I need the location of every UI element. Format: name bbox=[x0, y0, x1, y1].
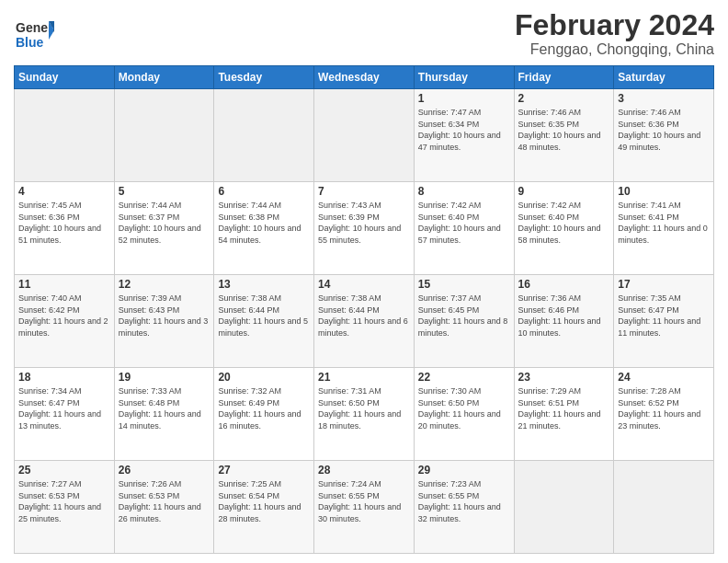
day-info: Sunrise: 7:41 AM Sunset: 6:41 PM Dayligh… bbox=[618, 200, 710, 246]
col-wednesday: Wednesday bbox=[314, 66, 415, 89]
week-row-1: 1Sunrise: 7:47 AM Sunset: 6:34 PM Daylig… bbox=[15, 89, 714, 182]
day-info: Sunrise: 7:32 AM Sunset: 6:49 PM Dayligh… bbox=[218, 385, 310, 431]
table-row: 15Sunrise: 7:37 AM Sunset: 6:45 PM Dayli… bbox=[414, 275, 514, 368]
day-info: Sunrise: 7:27 AM Sunset: 6:53 PM Dayligh… bbox=[18, 478, 110, 524]
table-row: 16Sunrise: 7:36 AM Sunset: 6:46 PM Dayli… bbox=[514, 275, 614, 368]
day-info: Sunrise: 7:38 AM Sunset: 6:44 PM Dayligh… bbox=[318, 293, 410, 339]
table-row: 6Sunrise: 7:44 AM Sunset: 6:38 PM Daylig… bbox=[214, 182, 314, 275]
day-number: 20 bbox=[218, 371, 310, 384]
table-row: 1Sunrise: 7:47 AM Sunset: 6:34 PM Daylig… bbox=[414, 89, 514, 182]
col-saturday: Saturday bbox=[614, 66, 714, 89]
day-number: 26 bbox=[119, 464, 210, 477]
day-info: Sunrise: 7:25 AM Sunset: 6:54 PM Dayligh… bbox=[218, 478, 310, 524]
logo-icon: General Blue bbox=[14, 14, 54, 54]
day-info: Sunrise: 7:33 AM Sunset: 6:48 PM Dayligh… bbox=[119, 385, 210, 431]
day-number: 15 bbox=[418, 278, 510, 291]
logo: General Blue bbox=[14, 14, 54, 58]
day-number: 11 bbox=[18, 278, 110, 291]
table-row: 2Sunrise: 7:46 AM Sunset: 6:35 PM Daylig… bbox=[514, 89, 614, 182]
table-row: 9Sunrise: 7:42 AM Sunset: 6:40 PM Daylig… bbox=[514, 182, 614, 275]
day-number: 28 bbox=[318, 464, 410, 477]
day-info: Sunrise: 7:28 AM Sunset: 6:52 PM Dayligh… bbox=[618, 385, 710, 431]
day-info: Sunrise: 7:24 AM Sunset: 6:55 PM Dayligh… bbox=[318, 478, 410, 524]
day-number: 14 bbox=[318, 278, 410, 291]
day-info: Sunrise: 7:39 AM Sunset: 6:43 PM Dayligh… bbox=[119, 293, 210, 339]
day-info: Sunrise: 7:38 AM Sunset: 6:44 PM Dayligh… bbox=[218, 293, 310, 339]
table-row bbox=[114, 89, 214, 182]
day-number: 7 bbox=[318, 185, 410, 198]
calendar-location: Fenggao, Chongqing, China bbox=[515, 41, 714, 58]
col-sunday: Sunday bbox=[15, 66, 115, 89]
day-number: 21 bbox=[318, 371, 410, 384]
table-row: 18Sunrise: 7:34 AM Sunset: 6:47 PM Dayli… bbox=[15, 368, 115, 461]
week-row-4: 18Sunrise: 7:34 AM Sunset: 6:47 PM Dayli… bbox=[15, 368, 714, 461]
calendar-title: February 2024 bbox=[515, 9, 714, 41]
day-number: 23 bbox=[518, 371, 610, 384]
day-number: 22 bbox=[418, 371, 510, 384]
day-info: Sunrise: 7:44 AM Sunset: 6:37 PM Dayligh… bbox=[119, 200, 210, 246]
table-row: 11Sunrise: 7:40 AM Sunset: 6:42 PM Dayli… bbox=[15, 275, 115, 368]
table-row: 24Sunrise: 7:28 AM Sunset: 6:52 PM Dayli… bbox=[614, 368, 714, 461]
table-row: 27Sunrise: 7:25 AM Sunset: 6:54 PM Dayli… bbox=[214, 461, 314, 554]
header: General Blue February 2024 Fenggao, Chon… bbox=[14, 9, 714, 58]
day-number: 29 bbox=[418, 464, 510, 477]
table-row: 7Sunrise: 7:43 AM Sunset: 6:39 PM Daylig… bbox=[314, 182, 415, 275]
week-row-3: 11Sunrise: 7:40 AM Sunset: 6:42 PM Dayli… bbox=[15, 275, 714, 368]
day-number: 12 bbox=[119, 278, 210, 291]
day-number: 1 bbox=[418, 92, 510, 105]
day-number: 17 bbox=[618, 278, 710, 291]
day-info: Sunrise: 7:23 AM Sunset: 6:55 PM Dayligh… bbox=[418, 478, 510, 524]
table-row: 21Sunrise: 7:31 AM Sunset: 6:50 PM Dayli… bbox=[314, 368, 415, 461]
day-info: Sunrise: 7:37 AM Sunset: 6:45 PM Dayligh… bbox=[418, 293, 510, 339]
title-block: February 2024 Fenggao, Chongqing, China bbox=[515, 9, 714, 58]
day-number: 4 bbox=[18, 185, 110, 198]
day-info: Sunrise: 7:40 AM Sunset: 6:42 PM Dayligh… bbox=[18, 293, 110, 339]
table-row: 25Sunrise: 7:27 AM Sunset: 6:53 PM Dayli… bbox=[15, 461, 115, 554]
day-info: Sunrise: 7:29 AM Sunset: 6:51 PM Dayligh… bbox=[518, 385, 610, 431]
day-info: Sunrise: 7:43 AM Sunset: 6:39 PM Dayligh… bbox=[318, 200, 410, 246]
table-row bbox=[314, 89, 415, 182]
day-number: 16 bbox=[518, 278, 610, 291]
col-tuesday: Tuesday bbox=[214, 66, 314, 89]
day-info: Sunrise: 7:47 AM Sunset: 6:34 PM Dayligh… bbox=[418, 107, 510, 153]
table-row: 13Sunrise: 7:38 AM Sunset: 6:44 PM Dayli… bbox=[214, 275, 314, 368]
col-monday: Monday bbox=[114, 66, 214, 89]
table-row bbox=[214, 89, 314, 182]
day-number: 24 bbox=[618, 371, 710, 384]
day-info: Sunrise: 7:45 AM Sunset: 6:36 PM Dayligh… bbox=[18, 200, 110, 246]
day-info: Sunrise: 7:26 AM Sunset: 6:53 PM Dayligh… bbox=[119, 478, 210, 524]
day-number: 10 bbox=[618, 185, 710, 198]
table-row: 12Sunrise: 7:39 AM Sunset: 6:43 PM Dayli… bbox=[114, 275, 214, 368]
table-row: 5Sunrise: 7:44 AM Sunset: 6:37 PM Daylig… bbox=[114, 182, 214, 275]
day-info: Sunrise: 7:36 AM Sunset: 6:46 PM Dayligh… bbox=[518, 293, 610, 339]
col-friday: Friday bbox=[514, 66, 614, 89]
day-number: 13 bbox=[218, 278, 310, 291]
week-row-5: 25Sunrise: 7:27 AM Sunset: 6:53 PM Dayli… bbox=[15, 461, 714, 554]
day-info: Sunrise: 7:42 AM Sunset: 6:40 PM Dayligh… bbox=[518, 200, 610, 246]
day-info: Sunrise: 7:46 AM Sunset: 6:36 PM Dayligh… bbox=[618, 107, 710, 153]
svg-text:General: General bbox=[16, 20, 54, 35]
day-number: 25 bbox=[18, 464, 110, 477]
day-number: 8 bbox=[418, 185, 510, 198]
table-row bbox=[15, 89, 115, 182]
table-row: 28Sunrise: 7:24 AM Sunset: 6:55 PM Dayli… bbox=[314, 461, 415, 554]
table-row: 22Sunrise: 7:30 AM Sunset: 6:50 PM Dayli… bbox=[414, 368, 514, 461]
table-row: 17Sunrise: 7:35 AM Sunset: 6:47 PM Dayli… bbox=[614, 275, 714, 368]
table-row: 29Sunrise: 7:23 AM Sunset: 6:55 PM Dayli… bbox=[414, 461, 514, 554]
calendar-table: Sunday Monday Tuesday Wednesday Thursday… bbox=[14, 65, 714, 554]
table-row: 4Sunrise: 7:45 AM Sunset: 6:36 PM Daylig… bbox=[15, 182, 115, 275]
table-row: 23Sunrise: 7:29 AM Sunset: 6:51 PM Dayli… bbox=[514, 368, 614, 461]
day-info: Sunrise: 7:31 AM Sunset: 6:50 PM Dayligh… bbox=[318, 385, 410, 431]
day-number: 5 bbox=[119, 185, 210, 198]
page: General Blue February 2024 Fenggao, Chon… bbox=[0, 0, 728, 563]
table-row: 26Sunrise: 7:26 AM Sunset: 6:53 PM Dayli… bbox=[114, 461, 214, 554]
header-row: Sunday Monday Tuesday Wednesday Thursday… bbox=[15, 66, 714, 89]
table-row: 14Sunrise: 7:38 AM Sunset: 6:44 PM Dayli… bbox=[314, 275, 415, 368]
table-row: 3Sunrise: 7:46 AM Sunset: 6:36 PM Daylig… bbox=[614, 89, 714, 182]
table-row: 10Sunrise: 7:41 AM Sunset: 6:41 PM Dayli… bbox=[614, 182, 714, 275]
day-info: Sunrise: 7:44 AM Sunset: 6:38 PM Dayligh… bbox=[218, 200, 310, 246]
day-number: 6 bbox=[218, 185, 310, 198]
day-info: Sunrise: 7:34 AM Sunset: 6:47 PM Dayligh… bbox=[18, 385, 110, 431]
table-row bbox=[514, 461, 614, 554]
table-row: 19Sunrise: 7:33 AM Sunset: 6:48 PM Dayli… bbox=[114, 368, 214, 461]
